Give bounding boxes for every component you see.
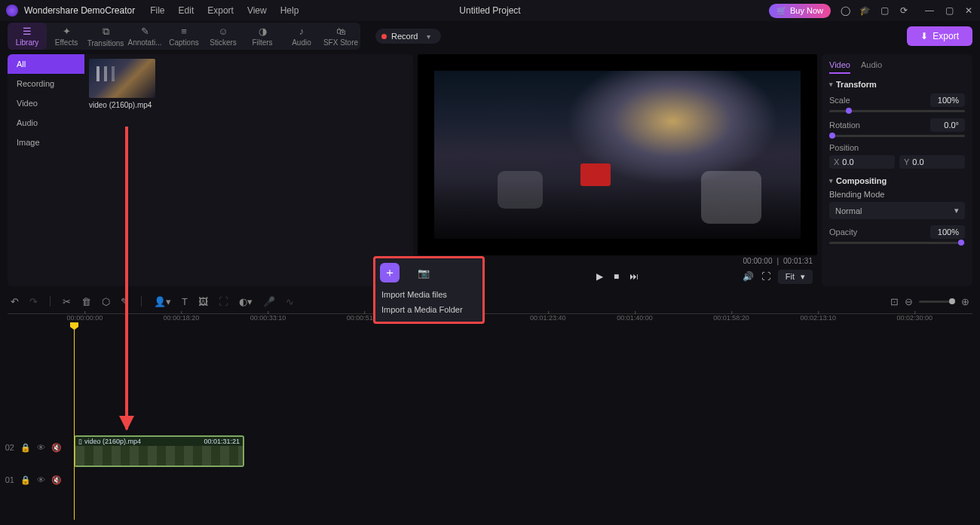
person-button[interactable]: 👤▾ xyxy=(154,296,171,307)
tab-audio[interactable]: ♪Audio xyxy=(282,23,321,50)
eye-icon[interactable]: 👁 xyxy=(37,475,45,484)
add-media-button[interactable]: ＋ xyxy=(380,263,400,282)
position-y-input[interactable]: Y0.0 xyxy=(899,155,965,169)
timeline-ruler[interactable]: 00:00:00:00 00:00:18:20 00:00:33:10 00:0… xyxy=(8,313,972,324)
menu-help[interactable]: Help xyxy=(280,5,299,16)
clip-thumbnails xyxy=(75,446,243,467)
blend-select[interactable]: Normal ▾ xyxy=(829,202,965,219)
speed-button[interactable]: ◐▾ xyxy=(239,296,253,307)
zoom-out-button[interactable]: ⊖ xyxy=(905,296,913,307)
category-video[interactable]: Video xyxy=(8,93,84,113)
preview-screen[interactable] xyxy=(418,54,817,255)
track-lane[interactable] xyxy=(71,468,972,492)
playhead[interactable] xyxy=(74,324,75,520)
clip-icon: ▯ xyxy=(78,438,82,445)
education-icon[interactable]: 🎓 xyxy=(859,5,870,16)
tab-transitions[interactable]: ⧉Transitions xyxy=(86,23,125,50)
delete-button[interactable]: 🗑 xyxy=(81,296,91,307)
audio-icon: ♪ xyxy=(299,26,305,37)
voice-button[interactable]: 🎤 xyxy=(263,296,275,307)
thumbnail-image xyxy=(89,59,155,98)
mute-icon[interactable]: 🔇 xyxy=(51,475,62,485)
marker-button[interactable]: ⬡ xyxy=(102,296,110,307)
zoom-in-button[interactable]: ⊕ xyxy=(961,296,969,307)
tab-effects[interactable]: ✦Effects xyxy=(47,23,86,50)
timeline-tracks: 02 🔒 👁 🔇 ▯ video (2160p).mp4 00:01:31:21… xyxy=(8,324,972,512)
tab-label: Stickers xyxy=(210,38,237,47)
fullscreen-icon[interactable]: ⛶ xyxy=(761,271,770,282)
fit-timeline-button[interactable]: ⊡ xyxy=(890,296,899,307)
record-label: Record xyxy=(391,32,418,41)
user-icon[interactable]: ◯ xyxy=(840,5,850,16)
timecode-current: 00:00:00 xyxy=(743,257,773,265)
menu-export[interactable]: Export xyxy=(207,5,234,16)
tab-filters[interactable]: ◑Filters xyxy=(243,23,282,50)
category-recording[interactable]: Recording xyxy=(8,74,84,93)
prop-tab-video[interactable]: Video xyxy=(829,60,850,74)
redo-button[interactable]: ↷ xyxy=(29,296,38,307)
tab-sfx[interactable]: 🛍SFX Store xyxy=(321,23,360,50)
scale-slider[interactable] xyxy=(829,110,965,112)
rotation-value[interactable]: 0.0° xyxy=(930,118,965,132)
captions-icon: ≡ xyxy=(181,26,187,37)
media-thumbnail[interactable]: video (2160p).mp4 xyxy=(89,59,155,109)
tab-captions[interactable]: ≡Captions xyxy=(164,23,204,50)
tab-annotations[interactable]: ✎Annotati... xyxy=(125,23,164,50)
category-audio[interactable]: Audio xyxy=(8,113,84,133)
track-lane[interactable]: ▯ video (2160p).mp4 00:01:31:21 xyxy=(71,435,972,459)
transform-header[interactable]: Transform xyxy=(829,80,965,89)
opacity-value[interactable]: 100% xyxy=(930,225,965,239)
crop-button[interactable]: ⛶ xyxy=(219,296,228,307)
tab-library[interactable]: ☰Library xyxy=(8,23,47,50)
undo-button[interactable]: ↶ xyxy=(11,296,19,307)
mute-icon[interactable]: 🔇 xyxy=(51,443,62,453)
audio-edit-button[interactable]: ∿ xyxy=(286,296,294,307)
minimize-icon[interactable]: — xyxy=(924,5,935,16)
tab-stickers[interactable]: ☺Stickers xyxy=(204,23,243,50)
timeline-clip[interactable]: ▯ video (2160p).mp4 00:01:31:21 xyxy=(74,435,244,467)
opacity-label: Opacity xyxy=(829,227,857,237)
app-logo-icon xyxy=(6,5,18,17)
blend-label: Blending Mode xyxy=(829,190,965,199)
titlebar: Wondershare DemoCreator File Edit Export… xyxy=(0,0,980,21)
maximize-icon[interactable]: ▢ xyxy=(944,5,954,16)
tab-label: Library xyxy=(16,38,39,47)
record-button[interactable]: Record ▾ xyxy=(375,29,441,44)
prop-tab-audio[interactable]: Audio xyxy=(861,60,882,74)
next-frame-button[interactable]: ⏭ xyxy=(629,271,639,282)
stop-button[interactable]: ■ xyxy=(614,271,619,282)
close-icon[interactable]: ✕ xyxy=(963,5,974,16)
menu-view[interactable]: View xyxy=(247,5,267,16)
fit-dropdown[interactable]: Fit ▾ xyxy=(778,270,813,284)
image-button[interactable]: 🖼 xyxy=(198,296,208,307)
annotation-arrow xyxy=(125,127,128,429)
buy-now-button[interactable]: 🛒 Buy Now xyxy=(769,4,831,18)
sync-icon[interactable]: ⟳ xyxy=(899,5,909,16)
category-image[interactable]: Image xyxy=(8,133,84,152)
filters-icon: ◑ xyxy=(259,26,267,37)
menu-edit[interactable]: Edit xyxy=(179,5,194,16)
tab-label: SFX Store xyxy=(323,38,358,47)
import-folder-option[interactable]: Import a Media Folder xyxy=(380,302,478,317)
export-button[interactable]: ⬇ Export xyxy=(907,26,972,46)
lock-icon[interactable]: 🔒 xyxy=(20,443,31,453)
scale-value[interactable]: 100% xyxy=(930,93,965,107)
compositing-header[interactable]: Compositing xyxy=(829,176,965,185)
eye-icon[interactable]: 👁 xyxy=(37,443,45,452)
thumbnail-label: video (2160p).mp4 xyxy=(89,101,155,109)
rotation-slider[interactable] xyxy=(829,135,965,137)
inbox-icon[interactable]: ▢ xyxy=(879,5,890,16)
zoom-slider[interactable] xyxy=(919,301,955,303)
camera-icon[interactable]: 📷 xyxy=(418,267,430,279)
position-x-input[interactable]: X0.0 xyxy=(829,155,895,169)
category-all[interactable]: All xyxy=(8,54,84,74)
opacity-slider[interactable] xyxy=(829,242,965,244)
import-files-option[interactable]: Import Media files xyxy=(380,287,478,302)
volume-icon[interactable]: 🔊 xyxy=(743,271,754,282)
play-button[interactable]: ▶ xyxy=(596,271,603,282)
menu-file[interactable]: File xyxy=(150,5,164,16)
split-button[interactable]: ✂ xyxy=(63,296,71,307)
text-button[interactable]: T xyxy=(182,296,188,307)
lock-icon[interactable]: 🔒 xyxy=(20,475,31,485)
category-list: All Recording Video Audio Image xyxy=(8,54,84,286)
